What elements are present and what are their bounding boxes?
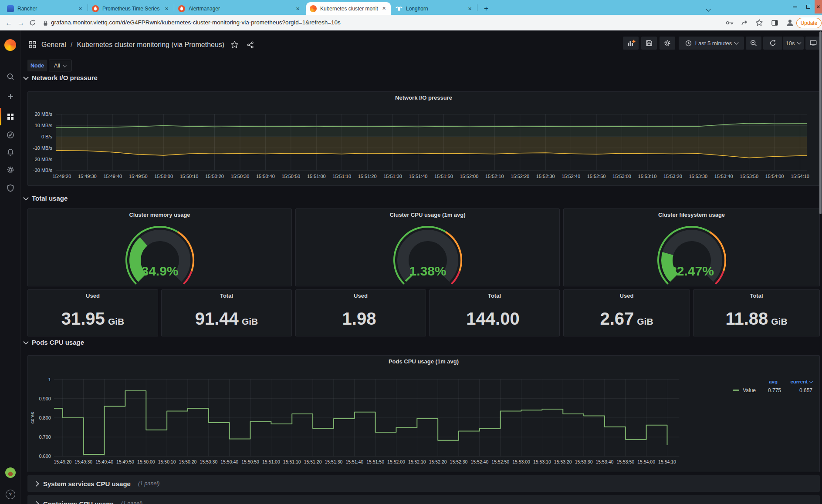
- svg-text:15:54:10: 15:54:10: [658, 460, 676, 464]
- tab-close-icon[interactable]: ✕: [163, 6, 170, 12]
- grafana-logo[interactable]: [0, 36, 20, 54]
- reload-button[interactable]: [29, 19, 36, 27]
- svg-text:22.47%: 22.47%: [670, 264, 714, 278]
- svg-text:20 MB/s: 20 MB/s: [35, 112, 53, 117]
- svg-text:-30 MB/s: -30 MB/s: [33, 168, 52, 173]
- kiosk-mode-button[interactable]: [805, 37, 821, 50]
- password-key-icon[interactable]: [726, 20, 734, 26]
- zoom-out-button[interactable]: [746, 37, 761, 50]
- collapsed-row-system-services[interactable]: System services CPU usage (1 panel): [27, 475, 820, 492]
- tab-close-icon[interactable]: ✕: [77, 6, 84, 12]
- sidebar-search[interactable]: [0, 68, 20, 85]
- stat-title[interactable]: Total: [693, 292, 819, 299]
- pods-cpu-chart[interactable]: 10.9000.8000.7000.60015:49:2015:49:3015:…: [28, 356, 819, 472]
- side-panel-icon[interactable]: [771, 19, 778, 27]
- url-text[interactable]: grafana.monitor.viettq.com/d/eG4FPRwnk/k…: [51, 19, 341, 26]
- browser-update-button[interactable]: Update: [796, 18, 822, 28]
- window-minimize-button[interactable]: [788, 0, 802, 13]
- browser-tab-prometheus[interactable]: Prometheus Time Series Collectio ✕: [88, 3, 173, 15]
- variable-node-value-dropdown[interactable]: All: [49, 60, 71, 71]
- legend-sort-avg[interactable]: avg: [752, 379, 778, 384]
- svg-text:15:50:20: 15:50:20: [205, 174, 224, 179]
- favorite-star-icon[interactable]: [230, 40, 239, 49]
- sidebar-user-avatar[interactable]: [0, 464, 20, 481]
- section-pods-header[interactable]: Pods CPU usage: [24, 339, 84, 346]
- svg-text:cores: cores: [30, 412, 35, 423]
- stat-title[interactable]: Used: [296, 292, 426, 299]
- legend-series-name[interactable]: Value: [743, 387, 756, 393]
- dashboard-settings-button[interactable]: [660, 37, 675, 50]
- browser-tab-longhorn[interactable]: Longhorn ✕: [392, 3, 477, 15]
- svg-text:0 B/s: 0 B/s: [41, 134, 53, 139]
- section-total-header[interactable]: Total usage: [24, 195, 68, 202]
- breadcrumb-title[interactable]: Kubernetes cluster monitoring (via Prome…: [77, 41, 224, 49]
- sidebar-configuration[interactable]: [0, 161, 20, 178]
- update-label: Update: [801, 20, 818, 26]
- tab-close-icon[interactable]: ✕: [381, 6, 387, 11]
- legend-sort-current[interactable]: current: [778, 379, 812, 384]
- collapsed-row-containers[interactable]: Containers CPU usage (1 panel): [27, 495, 820, 504]
- svg-text:15:50:40: 15:50:40: [220, 460, 238, 464]
- add-panel-button[interactable]: [623, 37, 639, 50]
- tab-search-chevron-icon[interactable]: [707, 5, 710, 13]
- sidebar-dashboards-active[interactable]: [0, 108, 20, 125]
- stat-title[interactable]: Total: [162, 292, 291, 299]
- svg-text:0.900: 0.900: [39, 396, 51, 401]
- stat-title[interactable]: Total: [430, 292, 559, 299]
- gauge-panel-cpu: Cluster CPU usage (1m avg) 1.38%: [295, 208, 560, 286]
- sidebar-alerting[interactable]: [0, 144, 20, 161]
- gear-icon: [6, 165, 15, 174]
- dashboards-icon: [6, 112, 15, 121]
- sidebar-explore[interactable]: [0, 126, 20, 144]
- stat-panel-cpu-used: Used 1.98: [295, 289, 426, 336]
- sidebar-create[interactable]: [0, 88, 20, 105]
- svg-text:34.9%: 34.9%: [141, 264, 178, 278]
- refresh-button[interactable]: [763, 37, 782, 50]
- window-close-button[interactable]: ✕: [815, 0, 822, 13]
- svg-text:15:51:00: 15:51:00: [307, 174, 326, 179]
- search-icon: [6, 72, 15, 81]
- plus-icon: [6, 92, 15, 101]
- pods-legend: avg current Value 0.775 0.657: [733, 377, 812, 395]
- share-icon[interactable]: [741, 19, 748, 27]
- chevron-right-icon: [34, 501, 39, 504]
- breadcrumb-folder[interactable]: General: [41, 41, 66, 49]
- section-network-header[interactable]: Network I/O pressure: [24, 74, 98, 81]
- browser-profile-avatar[interactable]: [785, 18, 795, 27]
- scrollbar-thumb[interactable]: [819, 31, 822, 214]
- sidebar-help[interactable]: ?: [0, 486, 20, 503]
- svg-text:15:49:30: 15:49:30: [74, 460, 92, 464]
- svg-text:15:53:10: 15:53:10: [533, 460, 551, 464]
- svg-text:15:53:00: 15:53:00: [512, 460, 530, 464]
- forward-button[interactable]: →: [17, 19, 24, 27]
- browser-tab-rancher[interactable]: Rancher ✕: [3, 3, 87, 15]
- stat-value: 1.98: [296, 305, 426, 333]
- stat-panel-cpu-total: Total 144.00: [429, 289, 560, 336]
- refresh-interval-picker[interactable]: 10s: [783, 37, 804, 50]
- bookmark-star-icon[interactable]: [755, 19, 763, 27]
- series-swatch: [733, 390, 739, 391]
- tab-close-icon[interactable]: ✕: [294, 6, 301, 12]
- stat-panel-memory-used: Used 31.95GiB: [27, 289, 158, 336]
- stat-title[interactable]: Used: [28, 292, 158, 299]
- lock-icon[interactable]: [43, 20, 48, 27]
- share-dashboard-icon[interactable]: [247, 41, 254, 49]
- browser-tab-alertmanager[interactable]: Alertmanager ✕: [175, 3, 304, 15]
- stat-title[interactable]: Used: [564, 292, 690, 299]
- window-maximize-button[interactable]: [802, 0, 815, 13]
- back-button[interactable]: ←: [5, 19, 12, 27]
- prometheus-favicon: [92, 5, 99, 12]
- time-range-picker[interactable]: Last 5 minutes: [679, 37, 744, 50]
- avatar: [5, 467, 16, 478]
- save-dashboard-button[interactable]: [641, 37, 657, 50]
- tab-title: Alertmanager: [189, 6, 220, 12]
- svg-text:15:51:10: 15:51:10: [332, 174, 351, 179]
- help-icon: ?: [6, 490, 15, 499]
- new-tab-button[interactable]: +: [480, 3, 492, 15]
- stat-value: 31.95GiB: [28, 305, 158, 333]
- network-io-chart[interactable]: 20 MB/s10 MB/s0 B/s-10 MB/s-20 MB/s-30 M…: [28, 92, 819, 185]
- svg-text:-20 MB/s: -20 MB/s: [33, 157, 52, 162]
- tab-close-icon[interactable]: ✕: [467, 6, 473, 12]
- sidebar-server-admin[interactable]: [0, 179, 20, 197]
- browser-tab-grafana-active[interactable]: Kubernetes cluster monitoring (vi ✕: [306, 2, 391, 15]
